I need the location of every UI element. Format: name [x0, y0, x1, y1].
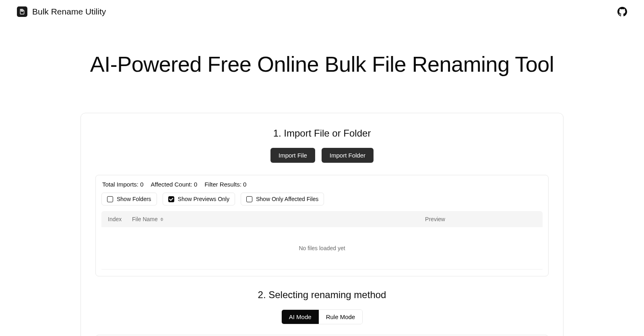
- table-empty-message: No files loaded yet: [101, 227, 543, 270]
- column-header-preview: Preview: [334, 216, 536, 222]
- section2-title: 2. Selecting renaming method: [95, 289, 549, 301]
- section1-title: 1. Import File or Folder: [95, 128, 549, 139]
- checkbox-icon: [168, 196, 174, 202]
- affected-count-stat: Affected Count: 0: [151, 181, 198, 188]
- import-file-button[interactable]: Import File: [270, 148, 315, 163]
- mode-toggle-group: AI Mode Rule Mode: [281, 309, 363, 324]
- show-folders-checkbox[interactable]: Show Folders: [101, 193, 157, 205]
- filter-results-stat: Filter Results: 0: [204, 181, 246, 188]
- checkbox-icon: [107, 196, 113, 202]
- main-card: 1. Import File or Folder Import File Imp…: [80, 113, 564, 336]
- page-title: AI-Powered Free Online Bulk File Renamin…: [0, 52, 644, 77]
- sort-icon: [160, 218, 163, 221]
- checkbox-icon: [246, 196, 252, 202]
- show-previews-only-checkbox[interactable]: Show Previews Only: [163, 193, 235, 205]
- github-icon[interactable]: [617, 7, 627, 17]
- table-header: Index File Name Preview: [101, 211, 543, 227]
- app-title: Bulk Rename Utility: [32, 7, 106, 17]
- svg-rect-2: [21, 10, 23, 12]
- import-folder-button[interactable]: Import Folder: [322, 148, 374, 163]
- app-logo-icon: [17, 6, 27, 17]
- ai-mode-button[interactable]: AI Mode: [282, 310, 319, 324]
- filter-panel: Total Imports: 0 Affected Count: 0 Filte…: [95, 175, 549, 276]
- show-only-affected-checkbox[interactable]: Show Only Affected Files: [241, 193, 324, 205]
- column-header-filename[interactable]: File Name: [132, 216, 334, 222]
- column-header-index: Index: [108, 216, 132, 222]
- rule-mode-button[interactable]: Rule Mode: [319, 310, 363, 324]
- total-imports-stat: Total Imports: 0: [102, 181, 144, 188]
